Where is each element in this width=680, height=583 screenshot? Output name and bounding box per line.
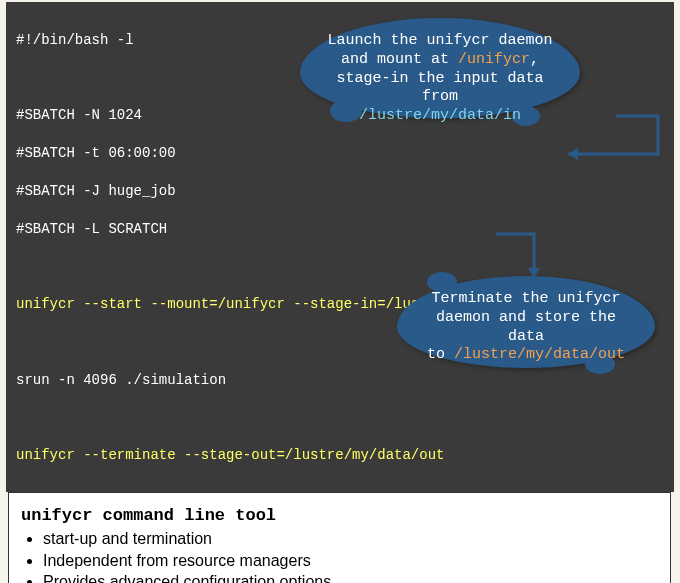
list-item: Independent from resource managers bbox=[43, 550, 658, 572]
callout-launch-daemon: Launch the unifycr daemon and mount at /… bbox=[300, 18, 580, 118]
code-srun: srun -n 4096 ./simulation bbox=[16, 371, 662, 390]
list-item: start-up and termination bbox=[43, 528, 658, 550]
code-blank bbox=[16, 258, 662, 277]
path-highlight: /unifycr bbox=[458, 51, 530, 68]
callout-text: Launch the unifycr daemon bbox=[318, 32, 562, 51]
callout-text: stage-in the input data from bbox=[318, 70, 562, 108]
callout-text: Terminate the unifycr bbox=[415, 290, 637, 309]
list-item: Provides advanced configuration options … bbox=[43, 571, 658, 583]
heading-unifycr-tool: unifycr command line tool bbox=[21, 505, 658, 528]
code-sbatch-t: #SBATCH -t 06:00:00 bbox=[16, 144, 662, 163]
info-panel: unifycr command line tool start-up and t… bbox=[8, 492, 671, 583]
code-sbatch-l: #SBATCH -L SCRATCH bbox=[16, 220, 662, 239]
code-blank bbox=[16, 409, 662, 428]
code-sbatch-j: #SBATCH -J huge_job bbox=[16, 182, 662, 201]
callout-text: and mount at /unifycr, bbox=[318, 51, 562, 70]
code-unifycr-terminate: unifycr --terminate --stage-out=/lustre/… bbox=[16, 446, 662, 465]
bullet-list: start-up and termination Independent fro… bbox=[21, 528, 658, 583]
callout-text: to /lustre/my/data/out bbox=[415, 346, 637, 365]
callout-text: daemon and store the data bbox=[415, 309, 637, 347]
callout-terminate-daemon: Terminate the unifycr daemon and store t… bbox=[397, 276, 655, 368]
path-highlight: /lustre/my/data/in bbox=[318, 107, 562, 126]
path-highlight: /lustre/my/data/out bbox=[454, 346, 625, 363]
